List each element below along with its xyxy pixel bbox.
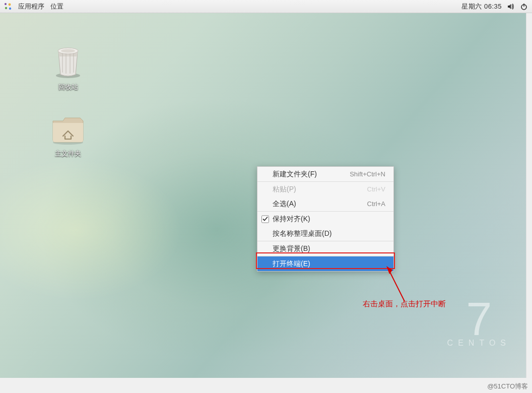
menu-item-select-all[interactable]: 全选(A) Ctrl+A <box>257 196 393 211</box>
menu-item-keep-aligned[interactable]: 保持对齐(K) <box>257 212 393 226</box>
desktop-icon-trash[interactable]: 回收站 <box>45 44 91 92</box>
svg-point-1 <box>9 3 11 6</box>
menu-shortcut: Ctrl+V <box>367 185 385 193</box>
menu-item-paste: 粘贴(P) Ctrl+V <box>257 182 393 196</box>
panel-right: 星期六 06:35 <box>461 2 528 11</box>
panel-left: 应用程序 位置 <box>4 2 63 11</box>
menu-item-open-terminal[interactable]: 打开终端(E) <box>257 256 393 271</box>
folder-home-icon <box>45 114 91 147</box>
context-menu: 新建文件夹(F) Shift+Ctrl+N 粘贴(P) Ctrl+V 全选(A)… <box>257 166 394 272</box>
menu-item-new-folder[interactable]: 新建文件夹(F) Shift+Ctrl+N <box>257 167 393 181</box>
scrollbar[interactable] <box>526 13 532 378</box>
menu-item-label: 全选(A) <box>273 200 296 209</box>
top-panel: 应用程序 位置 星期六 06:35 <box>0 0 532 13</box>
clock[interactable]: 星期六 06:35 <box>461 2 502 11</box>
trash-icon <box>45 44 91 81</box>
volume-icon[interactable] <box>507 3 515 11</box>
svg-point-12 <box>61 49 75 53</box>
annotation-text: 右击桌面，点击打开中断 <box>363 299 446 309</box>
gnome-logo-icon[interactable] <box>4 3 12 11</box>
checkbox-checked-icon <box>261 215 269 223</box>
menu-shortcut: Ctrl+A <box>367 200 385 208</box>
svg-point-3 <box>9 7 11 9</box>
svg-point-0 <box>5 3 7 5</box>
desktop[interactable]: 回收站 主文件夹 新建文件夹(F) Shift+Ctrl+N 粘贴(P) Ctr… <box>0 13 526 378</box>
menu-applications[interactable]: 应用程序 <box>18 2 44 11</box>
menu-item-label: 更换背景(B) <box>273 244 310 253</box>
desktop-icon-home[interactable]: 主文件夹 <box>45 114 91 158</box>
svg-line-14 <box>389 270 405 301</box>
power-icon[interactable] <box>520 3 528 11</box>
menu-places[interactable]: 位置 <box>50 2 63 11</box>
menu-item-label: 粘贴(P) <box>273 185 296 194</box>
centos-name: CENTOS <box>447 339 511 348</box>
menu-shortcut: Shift+Ctrl+N <box>350 170 385 178</box>
menu-item-organize-by-name[interactable]: 按名称整理桌面(D) <box>257 226 393 241</box>
svg-point-2 <box>5 7 7 9</box>
menu-item-label: 打开终端(E) <box>273 259 310 269</box>
desktop-icon-label: 主文件夹 <box>45 149 91 158</box>
menu-item-change-background[interactable]: 更换背景(B) <box>257 241 393 256</box>
desktop-icon-label: 回收站 <box>45 83 91 92</box>
centos-brand: 7 CENTOS <box>447 299 511 348</box>
centos-version: 7 <box>447 299 511 339</box>
menu-item-label: 新建文件夹(F) <box>273 170 317 179</box>
watermark: @51CTO博客 <box>487 382 528 391</box>
menu-item-label: 保持对齐(K) <box>273 215 310 224</box>
menu-item-label: 按名称整理桌面(D) <box>273 229 331 238</box>
